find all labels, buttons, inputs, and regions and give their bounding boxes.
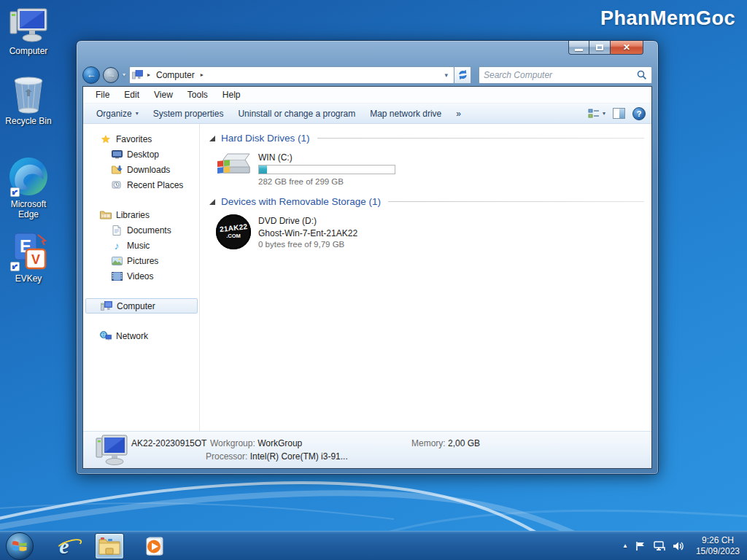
- sidebar-item-pictures[interactable]: Pictures: [83, 253, 199, 268]
- volume-icon[interactable]: [673, 540, 685, 552]
- music-icon: ♪: [111, 240, 123, 252]
- menu-edit[interactable]: Edit: [117, 88, 146, 102]
- command-toolbar: Organize ▾ System properties Uninstall o…: [83, 104, 651, 124]
- map-network-drive-button[interactable]: Map network drive: [363, 106, 449, 122]
- close-button[interactable]: ✕: [611, 41, 643, 55]
- details-computer-icon: [95, 434, 128, 468]
- title-bar[interactable]: ✕: [82, 41, 652, 63]
- computer-mini-icon: [101, 300, 112, 312]
- network-status-icon[interactable]: [653, 540, 666, 552]
- network-icon: [100, 330, 112, 342]
- capacity-bar: [258, 165, 395, 174]
- drive-item-win-c[interactable]: WIN (C:) 282 GB free of 299 GB: [216, 151, 644, 186]
- desktop-icon-edge[interactable]: Microsoft Edge: [0, 155, 57, 219]
- downloads-icon: [111, 164, 123, 176]
- folder-icon: [98, 537, 120, 556]
- navigation-bar: ← → ▾ ▸ Computer ▸ ▾: [82, 63, 652, 86]
- details-pane: AK22-20230915OT Workgroup: WorkGroup Pro…: [83, 431, 651, 468]
- drive-item-dvd[interactable]: 21AK22 .COM DVD Drive (D:) Ghost-Win-7-E…: [216, 214, 644, 249]
- refresh-icon: [458, 70, 468, 79]
- collapse-triangle-icon: [209, 136, 215, 141]
- search-box[interactable]: [479, 66, 652, 84]
- start-button[interactable]: [6, 532, 34, 560]
- help-button[interactable]: ?: [632, 107, 646, 120]
- collapse-triangle-icon: [209, 199, 215, 205]
- taskbar-clock[interactable]: 9:26 CH 15/09/2023: [692, 535, 740, 557]
- sidebar-item-desktop[interactable]: Desktop: [83, 147, 199, 162]
- system-tray: ▲ 9:26 CH 15/09/2023: [622, 532, 747, 560]
- explorer-window: ✕ ← → ▾ ▸ Computer ▸ ▾: [76, 40, 659, 475]
- menu-view[interactable]: View: [147, 88, 179, 102]
- evkey-icon: E V: [0, 230, 57, 271]
- memory-field: Memory: 2,00 GB: [411, 438, 480, 448]
- uninstall-program-button[interactable]: Uninstall or change a program: [231, 106, 363, 122]
- desktop: PhanMemGoc Computer Re: [0, 0, 747, 560]
- sidebar-item-network[interactable]: Network: [83, 328, 199, 343]
- sidebar-item-documents[interactable]: Documents: [83, 222, 199, 238]
- taskbar-windows-explorer[interactable]: [95, 533, 124, 559]
- breadcrumb-computer[interactable]: Computer: [155, 69, 196, 82]
- sidebar-item-favorites[interactable]: ★ Favorites: [83, 131, 199, 147]
- drive-free-space: 282 GB free of 299 GB: [258, 177, 395, 186]
- workgroup-field: Workgroup: WorkGroup: [210, 438, 302, 448]
- drive-free-space: 0 bytes free of 9,79 GB: [258, 240, 357, 249]
- location-computer-icon: [131, 69, 143, 81]
- sidebar-item-videos[interactable]: Videos: [83, 268, 199, 284]
- menu-tools[interactable]: Tools: [181, 88, 214, 102]
- recent-pages-dropdown[interactable]: ▾: [123, 71, 125, 78]
- shortcut-arrow-icon: [10, 262, 20, 271]
- group-header-hdd[interactable]: Hard Disk Drives (1): [209, 133, 644, 144]
- volume-label: Ghost-Win-7-Ent-21AK22: [258, 228, 357, 238]
- desktop-mini-icon: [111, 149, 123, 160]
- menu-file[interactable]: File: [89, 88, 116, 102]
- videos-icon: [111, 271, 123, 282]
- computer-name: AK22-20230915OT: [131, 438, 206, 448]
- documents-icon: [111, 225, 123, 236]
- navigation-pane: ★ Favorites Desktop Downloads Recent Pla…: [83, 124, 200, 431]
- maximize-button[interactable]: [589, 41, 611, 55]
- taskbar-internet-explorer[interactable]: e: [50, 533, 79, 559]
- desktop-icon-label: Recycle Bin: [0, 116, 57, 126]
- system-properties-button[interactable]: System properties: [146, 106, 231, 122]
- edge-icon: [0, 155, 57, 197]
- windows-logo-icon: [12, 539, 28, 553]
- desktop-icon-computer[interactable]: Computer: [0, 6, 57, 56]
- change-view-button[interactable]: ▾: [588, 109, 605, 119]
- drive-name: WIN (C:): [258, 152, 395, 163]
- caption-buttons: ✕: [568, 41, 643, 55]
- sidebar-item-libraries[interactable]: Libraries: [83, 207, 199, 222]
- processor-field: Processor: Intel(R) Core(TM) i3-91...: [206, 451, 348, 462]
- sidebar-item-recent-places[interactable]: Recent Places: [83, 177, 199, 192]
- chevron-down-icon: ▾: [603, 110, 605, 117]
- media-player-icon: [144, 535, 166, 557]
- chevron-down-icon: ▾: [136, 110, 139, 117]
- breadcrumb-expand-icon[interactable]: ▸: [201, 71, 204, 78]
- items-view: Hard Disk Drives (1): [200, 124, 651, 431]
- sidebar-item-downloads[interactable]: Downloads: [83, 162, 199, 177]
- search-input[interactable]: [484, 70, 637, 80]
- preview-pane-button[interactable]: [613, 108, 625, 119]
- sidebar-item-music[interactable]: ♪ Music: [83, 238, 199, 253]
- taskbar-media-player[interactable]: [140, 533, 169, 559]
- internet-explorer-icon: e: [59, 534, 69, 559]
- menu-help[interactable]: Help: [216, 88, 247, 102]
- back-button[interactable]: ←: [82, 66, 100, 84]
- menu-bar: File Edit View Tools Help: [83, 87, 651, 104]
- sidebar-item-computer[interactable]: Computer: [85, 298, 198, 314]
- refresh-button[interactable]: [454, 66, 471, 84]
- minimize-button[interactable]: [568, 41, 589, 55]
- action-center-flag-icon[interactable]: [635, 540, 646, 552]
- organize-button[interactable]: Organize ▾: [89, 106, 146, 122]
- toolbar-overflow-button[interactable]: »: [449, 106, 468, 122]
- watermark-text: PhanMemGoc: [600, 7, 735, 30]
- views-icon: [588, 109, 600, 119]
- shortcut-arrow-icon: [10, 187, 20, 197]
- group-header-removable[interactable]: Devices with Removable Storage (1): [209, 196, 644, 207]
- computer-icon: [0, 6, 57, 44]
- address-bar[interactable]: ▸ Computer ▸ ▾: [129, 66, 454, 84]
- address-dropdown-button[interactable]: ▾: [440, 71, 452, 79]
- desktop-icon-recycle-bin[interactable]: Recycle Bin: [0, 76, 57, 126]
- forward-button[interactable]: →: [103, 67, 119, 83]
- show-hidden-icons-button[interactable]: ▲: [622, 542, 628, 549]
- desktop-icon-evkey[interactable]: E V EVKey: [0, 230, 57, 284]
